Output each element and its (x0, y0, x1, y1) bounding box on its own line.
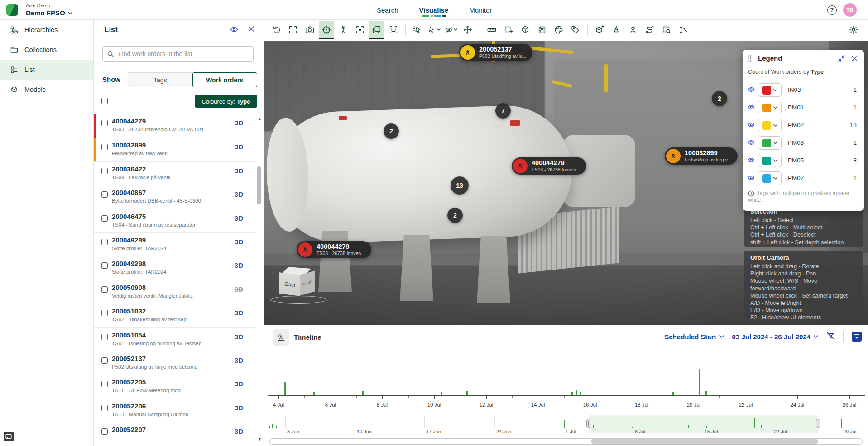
selection-box-icon[interactable] (369, 21, 384, 39)
close-panel-icon[interactable] (248, 25, 255, 34)
work-order-row[interactable]: 200036422TS09 - Lekkasje på ventil3D (94, 161, 256, 185)
cluster-count-badge[interactable]: 2 (712, 91, 727, 106)
work-order-row[interactable]: 400044279TS03 - 26738 Innvendig CVI 20-V… (94, 114, 256, 138)
drag-handle-icon[interactable] (748, 55, 752, 62)
list-scrollbar[interactable] (257, 166, 261, 204)
row-checkbox[interactable] (101, 428, 108, 435)
scroll-up-icon[interactable]: ▲ (258, 117, 262, 121)
timeline-overview[interactable]: 3 Jun10 Jun17 Jun24 Jun1 Jul8 Jul15 Jul2… (264, 414, 868, 435)
cluster-count-badge[interactable]: 2 (384, 123, 399, 139)
sidebar-item-models[interactable]: Models (0, 80, 93, 100)
isolate-box-icon[interactable] (386, 21, 401, 39)
close-legend-icon[interactable] (852, 55, 858, 63)
add-model-icon[interactable] (592, 21, 607, 39)
work-order-row[interactable]: 200049289Skifte profiler. TAR20243D (94, 232, 256, 256)
work-order-row[interactable]: 200049298Skifte profiler. TAR20243D (94, 256, 256, 280)
work-order-row[interactable]: 200051032TS02 - Tilbakestilling av test … (94, 304, 256, 327)
user-avatar[interactable]: TB (843, 3, 857, 17)
cluster-count-badge[interactable]: 2 (447, 208, 463, 223)
color-swatch-button[interactable] (758, 171, 782, 185)
work-order-marker[interactable]: 400044279TS03 - 26738 Innven... (512, 157, 586, 175)
hide-dropdown-icon[interactable] (443, 21, 459, 39)
select-cursor-icon[interactable] (410, 21, 425, 39)
row-checkbox[interactable] (101, 310, 108, 316)
work-order-marker[interactable]: 400044279TS03 - 26738 Innven... (297, 241, 371, 258)
row-checkbox[interactable] (101, 405, 108, 411)
visibility-eye-icon[interactable] (747, 139, 755, 148)
visibility-eye-icon[interactable] (747, 104, 755, 113)
toggle-work-orders-button[interactable]: Work orders (192, 72, 258, 87)
find-region-icon[interactable] (659, 21, 674, 39)
clear-filter-icon[interactable] (826, 332, 835, 342)
route-path-icon[interactable] (642, 21, 657, 39)
open-3d-link[interactable]: 3D (235, 356, 243, 364)
work-order-row[interactable]: 2000522073D (94, 422, 256, 446)
elevation-move-icon[interactable] (676, 21, 691, 39)
cursor-mode-dropdown-icon[interactable] (427, 21, 442, 39)
open-3d-link[interactable]: 3D (235, 333, 243, 341)
work-order-row[interactable]: 200052206TS13 - Manual Sampling Oil mod3… (94, 399, 256, 422)
toggle-visibility-eye-icon[interactable] (230, 25, 239, 35)
move-icon[interactable] (460, 21, 475, 39)
color-swatch-button[interactable] (758, 101, 782, 114)
cluster-count-badge[interactable]: 13 (451, 176, 469, 195)
timeline-chart[interactable]: 4 Jul6 Jul8 Jul10 Jul12 Jul14 Jul16 Jul1… (264, 349, 868, 412)
focus-icon[interactable] (352, 21, 368, 39)
select-all-checkbox[interactable] (101, 98, 108, 104)
timeline-icon[interactable] (273, 329, 289, 346)
work-order-row[interactable]: 200040867Bytte korrodert DBB-ventil - 45… (94, 185, 256, 209)
work-order-row[interactable]: 200052137P502 Utskifting av lunje med be… (94, 351, 256, 375)
collapse-timeline-icon[interactable] (852, 332, 862, 342)
work-order-row[interactable]: 100032899Feilsøk/rep av treg ventil3D (94, 138, 256, 161)
range-handle-left[interactable] (586, 419, 590, 428)
color-swatch-button[interactable] (758, 83, 782, 97)
row-checkbox[interactable] (101, 381, 108, 387)
open-3d-link[interactable]: 3D (235, 380, 243, 388)
help-icon[interactable]: ? (827, 5, 837, 15)
open-3d-link[interactable]: 3D (235, 119, 243, 127)
row-checkbox[interactable] (101, 334, 108, 340)
traffic-cone-icon[interactable] (609, 21, 624, 39)
open-3d-link[interactable]: 3D (235, 143, 243, 151)
row-checkbox[interactable] (101, 144, 108, 150)
viewer-settings-gear-icon[interactable] (845, 22, 862, 38)
toggle-tags-button[interactable]: Tags (128, 72, 193, 87)
color-swatch-button[interactable] (758, 136, 782, 150)
tab-visualise[interactable]: Visualise (418, 1, 450, 19)
sidebar-item-list[interactable]: List (0, 60, 93, 80)
minimize-legend-icon[interactable] (838, 55, 845, 64)
open-3d-link[interactable]: 3D (235, 167, 243, 175)
row-checkbox[interactable] (101, 262, 108, 269)
visibility-eye-icon[interactable] (747, 121, 755, 130)
row-checkbox[interactable] (101, 215, 108, 222)
scroll-down-icon[interactable]: ▼ (258, 437, 262, 441)
tab-search[interactable]: Search (376, 1, 399, 19)
work-order-marker[interactable]: 100032899Feilsøk/rep av treg v... (665, 147, 738, 165)
work-order-marker[interactable]: 200052137P502 Utskifting av lu... (459, 44, 532, 61)
visibility-eye-icon[interactable] (747, 157, 755, 166)
timeline-scrollbar-thumb[interactable] (591, 439, 818, 444)
search-input[interactable] (102, 46, 254, 62)
walk-mode-icon[interactable] (336, 21, 351, 39)
camera-icon[interactable] (302, 21, 317, 39)
timeline-scrollbar[interactable] (269, 438, 863, 445)
measure-icon[interactable] (484, 21, 499, 39)
work-order-row[interactable]: 200051054TS01 - Isolering og blinding av… (94, 327, 256, 351)
orientation-compass[interactable]: East North (277, 267, 326, 304)
open-3d-link[interactable]: 3D (235, 261, 243, 269)
marquee-add-icon[interactable] (501, 21, 516, 39)
open-3d-link[interactable]: 3D (235, 404, 243, 412)
tag-icon[interactable] (568, 21, 583, 39)
minimized-panel-icon[interactable] (4, 432, 14, 441)
sidebar-item-hierarchies[interactable]: Hierarchies (0, 20, 93, 40)
color-swatch-button[interactable] (758, 154, 782, 167)
visibility-eye-icon[interactable] (747, 86, 755, 95)
clip-plane-icon[interactable] (534, 21, 550, 39)
range-handle-right[interactable] (816, 419, 820, 428)
open-3d-link[interactable]: 3D (235, 190, 243, 198)
work-order-row[interactable]: 200046475TS04 - Sand i bunn av testsepar… (94, 209, 256, 232)
fit-view-icon[interactable] (285, 21, 301, 39)
open-3d-link[interactable]: 3D (235, 214, 243, 222)
visibility-eye-icon[interactable] (747, 174, 755, 183)
open-3d-link[interactable]: 3D (235, 309, 243, 317)
